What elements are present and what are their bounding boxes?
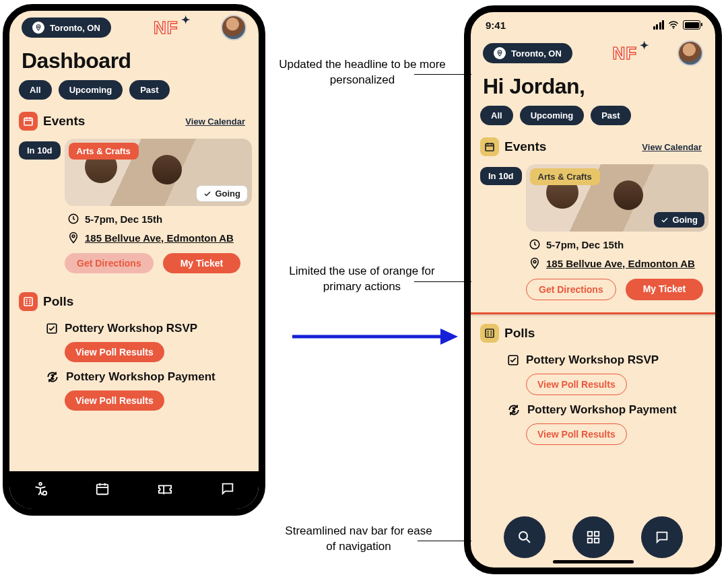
annotation-line [418, 541, 471, 541]
going-badge: Going [196, 185, 248, 202]
event-address[interactable]: 185 Bellvue Ave, Edmonton AB [529, 257, 708, 269]
annotation-line [414, 74, 471, 75]
event-card[interactable]: In 10d Arts & Crafts Going 5-7pm, Dec 15… [480, 164, 708, 300]
get-directions-button[interactable]: Get Directions [526, 279, 616, 300]
annotation-headline: Updated the headline to be more personal… [278, 57, 446, 88]
get-directions-button[interactable]: Get Directions [65, 253, 154, 273]
clock-icon [67, 213, 79, 225]
svg-rect-20 [594, 539, 598, 543]
polls-heading: Polls [504, 326, 535, 341]
event-time: 5-7pm, Dec 15th [529, 238, 708, 250]
wifi-icon [668, 21, 679, 29]
annotation-nav: Streamlined nav bar for ease of navigati… [283, 524, 434, 555]
svg-point-7 [43, 491, 46, 495]
page-title: Hi Jordan, [483, 74, 715, 99]
my-ticket-button[interactable]: My Ticket [626, 279, 704, 300]
my-ticket-button[interactable]: My Ticket [163, 253, 241, 273]
calendar-icon [19, 112, 38, 131]
filter-all[interactable]: All [480, 106, 513, 125]
events-heading: Events [43, 114, 85, 129]
bottom-nav [9, 471, 259, 509]
event-card[interactable]: In 10d Arts & Crafts Going 5-7pm, Dec 15… [19, 139, 252, 273]
poll-icon [480, 324, 499, 343]
filter-past[interactable]: Past [129, 80, 169, 100]
map-pin-icon [67, 232, 79, 244]
annotation-line [414, 281, 471, 282]
category-tag: Arts & Crafts [530, 168, 600, 185]
svg-marker-22 [440, 329, 458, 345]
going-badge: Going [654, 212, 704, 228]
category-tag: Arts & Crafts [69, 143, 139, 160]
check-icon [661, 216, 669, 224]
svg-point-0 [38, 26, 40, 28]
svg-point-13 [533, 261, 536, 263]
nav-dashboard-button[interactable] [572, 516, 614, 558]
poll-item: Pottery Workshop RSVP View Poll Results [46, 322, 259, 362]
app-logo: NF✦ [613, 43, 638, 64]
countdown-chip: In 10d [480, 167, 522, 185]
polls-heading: Polls [43, 294, 73, 309]
location-text: Toronto, ON [511, 48, 562, 59]
clock-icon [529, 238, 541, 250]
phone-after: 9:41 Toronto, ON NF✦ Hi Jordan, All Upco… [464, 5, 722, 574]
svg-rect-18 [594, 532, 598, 536]
view-poll-results-button[interactable]: View Poll Results [65, 342, 164, 362]
event-image: Arts & Crafts Going [65, 139, 252, 206]
filter-upcoming[interactable]: Upcoming [520, 106, 585, 125]
svg-point-3 [72, 235, 75, 238]
home-indicator [553, 560, 634, 563]
poll-item: Pottery Workshop Payment View Poll Resul… [507, 403, 715, 445]
phone-before: Toronto, ON NF✦ Dashboard All Upcoming P… [3, 4, 265, 516]
status-bar: 9:41 [471, 12, 715, 36]
poll-item: Pottery Workshop RSVP View Poll Results [507, 353, 715, 395]
nav-calendar-icon[interactable] [95, 481, 110, 499]
svg-point-9 [673, 28, 674, 29]
bottom-nav [471, 516, 715, 558]
annotation-orange: Limited the use of orange for primary ac… [283, 264, 441, 295]
nav-search-button[interactable] [504, 516, 545, 558]
page-title: Dashboard [22, 48, 259, 73]
svg-point-16 [519, 532, 527, 540]
checkbox-icon [46, 322, 58, 335]
battery-icon [683, 20, 700, 30]
filter-upcoming[interactable]: Upcoming [59, 80, 123, 100]
filter-all[interactable]: All [19, 80, 52, 100]
poll-icon [19, 292, 38, 311]
event-time: 5-7pm, Dec 15th [67, 213, 252, 225]
map-pin-icon [529, 257, 541, 269]
view-poll-results-button[interactable]: View Poll Results [526, 423, 627, 445]
view-calendar-link[interactable]: View Calendar [642, 142, 702, 152]
app-logo: NF✦ [154, 18, 178, 38]
nav-chat-icon[interactable] [220, 481, 235, 499]
check-icon [203, 190, 211, 198]
svg-rect-14 [486, 329, 494, 337]
location-chip[interactable]: Toronto, ON [22, 18, 111, 38]
svg-point-10 [499, 52, 501, 54]
checkbox-icon [507, 354, 519, 366]
view-poll-results-button[interactable]: View Poll Results [526, 374, 627, 395]
location-pin-icon [32, 22, 44, 34]
svg-rect-11 [486, 143, 494, 151]
arrow-icon [291, 323, 459, 350]
location-pin-icon [494, 47, 506, 59]
status-time: 9:41 [486, 20, 506, 31]
view-poll-results-button[interactable]: View Poll Results [65, 390, 164, 411]
calendar-icon [480, 137, 499, 156]
event-image: Arts & Crafts Going [526, 164, 708, 232]
avatar[interactable] [677, 40, 703, 66]
svg-point-6 [39, 483, 42, 485]
nav-chat-button[interactable] [641, 516, 683, 558]
location-chip[interactable]: Toronto, ON [483, 43, 572, 63]
filter-past[interactable]: Past [591, 106, 630, 125]
countdown-chip: In 10d [19, 141, 61, 160]
refresh-dollar-icon [46, 370, 59, 384]
event-address[interactable]: 185 Bellvue Ave, Edmonton AB [67, 232, 252, 244]
nav-accessibility-icon[interactable] [33, 481, 48, 499]
avatar[interactable] [221, 15, 246, 40]
view-calendar-link[interactable]: View Calendar [185, 116, 245, 127]
nav-ticket-icon[interactable] [157, 481, 173, 499]
svg-rect-4 [24, 298, 32, 306]
refresh-dollar-icon [507, 403, 521, 417]
svg-rect-17 [587, 532, 591, 536]
svg-rect-1 [24, 118, 32, 125]
